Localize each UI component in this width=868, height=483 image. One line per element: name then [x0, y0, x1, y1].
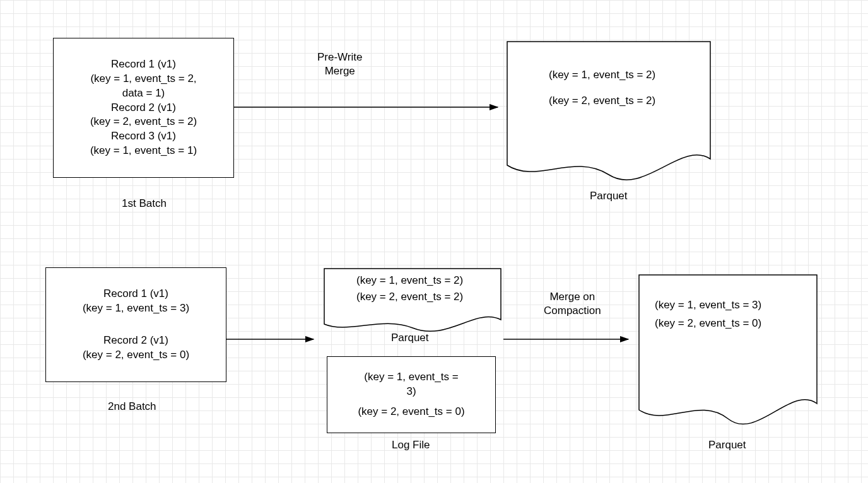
parquet-small-text: (key = 1, event_ts = 2) (key = 2, event_… — [356, 272, 463, 306]
batch1-line: Record 2 (v1) — [111, 101, 176, 115]
batch2-line: Record 2 (v1) — [83, 334, 189, 348]
parquet3-caption: Parquet — [708, 438, 746, 452]
batch1-line: (key = 2, event_ts = 2) — [90, 115, 197, 129]
arrow-merge-compaction — [503, 333, 635, 346]
logfile-line: 3) — [406, 385, 416, 399]
parquet3-text: (key = 1, event_ts = 3) (key = 2, event_… — [655, 296, 761, 333]
arrow-label-pre-write-merge: Pre-Write Merge — [317, 50, 362, 78]
parquet3-line: (key = 1, event_ts = 3) — [655, 296, 761, 315]
arrow-to-parquet-small — [226, 333, 320, 346]
parquet-doc-3 — [636, 272, 819, 424]
parquet1-caption: Parquet — [590, 189, 628, 203]
parquet1-line: (key = 1, event_ts = 2) — [549, 66, 655, 83]
parquet1-text: (key = 1, event_ts = 2) (key = 2, event_… — [549, 66, 655, 109]
batch1-line: data = 1) — [122, 86, 165, 101]
first-batch-box: Record 1 (v1) (key = 1, event_ts = 2, da… — [53, 38, 234, 178]
batch2-line: (key = 1, event_ts = 3) — [83, 301, 189, 316]
batch2-line: (key = 2, event_ts = 0) — [83, 348, 189, 363]
parquet-small-line: (key = 2, event_ts = 2) — [356, 289, 463, 305]
batch1-line: Record 1 (v1) — [111, 57, 176, 72]
first-batch-caption: 1st Batch — [122, 197, 167, 211]
batch1-line: (key = 1, event_ts = 1) — [90, 144, 197, 158]
second-batch-caption: 2nd Batch — [108, 400, 156, 414]
parquet-small-line: (key = 1, event_ts = 2) — [356, 272, 463, 289]
arrow-pre-write-merge — [234, 101, 504, 113]
log-file-card: (key = 1, event_ts = 3) (key = 2, event_… — [327, 356, 496, 433]
logfile-line: (key = 1, event_ts = — [364, 370, 458, 385]
logfile-line: (key = 2, event_ts = 0) — [358, 405, 464, 419]
batch1-line: (key = 1, event_ts = 2, — [90, 72, 196, 86]
diagram-canvas: Record 1 (v1) (key = 1, event_ts = 2, da… — [0, 0, 868, 483]
parquet-small-caption: Parquet — [391, 331, 429, 345]
second-batch-box: Record 1 (v1) (key = 1, event_ts = 3) Re… — [45, 267, 226, 382]
arrow-label-merge-compaction: Merge on Compaction — [544, 290, 601, 318]
parquet1-line: (key = 2, event_ts = 2) — [549, 92, 655, 109]
logfile-caption: Log File — [392, 438, 430, 452]
parquet3-line: (key = 2, event_ts = 0) — [655, 315, 761, 333]
batch1-line: Record 3 (v1) — [111, 129, 176, 144]
batch2-line: Record 1 (v1) — [83, 287, 189, 301]
